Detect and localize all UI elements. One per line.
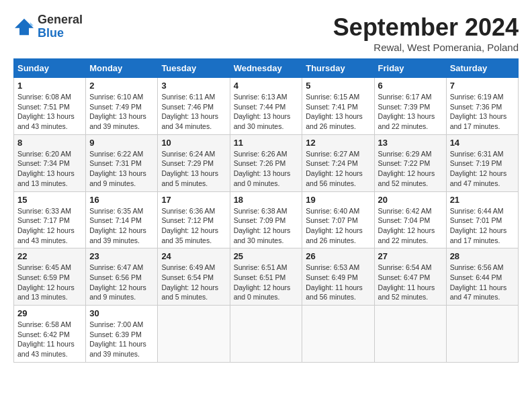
day-info: Sunrise: 6:13 AMSunset: 7:44 PMDaylight:…	[234, 92, 299, 132]
day-number: 27	[378, 251, 443, 261]
calendar-cell: 1Sunrise: 6:08 AMSunset: 7:51 PMDaylight…	[14, 78, 86, 135]
day-number: 13	[378, 138, 443, 148]
weekday-label: Saturday	[446, 59, 518, 78]
calendar-cell	[446, 306, 518, 363]
calendar-week-row: 22Sunrise: 6:45 AMSunset: 6:59 PMDayligh…	[14, 248, 519, 306]
weekday-label: Sunday	[14, 59, 86, 78]
day-info: Sunrise: 6:20 AMSunset: 7:34 PMDaylight:…	[17, 149, 82, 189]
calendar-cell: 2Sunrise: 6:10 AMSunset: 7:49 PMDaylight…	[86, 78, 158, 135]
calendar-cell: 21Sunrise: 6:44 AMSunset: 7:01 PMDayligh…	[446, 191, 518, 248]
day-number: 3	[161, 81, 226, 91]
month-title: September 2024	[333, 13, 519, 42]
calendar-cell: 10Sunrise: 6:24 AMSunset: 7:29 PMDayligh…	[158, 134, 230, 191]
day-info: Sunrise: 6:45 AMSunset: 6:59 PMDaylight:…	[17, 263, 82, 302]
calendar-cell: 20Sunrise: 6:42 AMSunset: 7:04 PMDayligh…	[374, 191, 446, 248]
day-info: Sunrise: 6:19 AMSunset: 7:36 PMDaylight:…	[450, 92, 515, 132]
day-number: 26	[306, 251, 370, 261]
calendar-cell: 6Sunrise: 6:17 AMSunset: 7:39 PMDaylight…	[374, 78, 446, 135]
day-info: Sunrise: 6:17 AMSunset: 7:39 PMDaylight:…	[378, 92, 443, 132]
day-info: Sunrise: 6:58 AMSunset: 6:42 PMDaylight:…	[17, 320, 82, 359]
calendar-cell: 17Sunrise: 6:36 AMSunset: 7:12 PMDayligh…	[158, 191, 230, 248]
day-number: 7	[450, 81, 515, 91]
day-number: 23	[89, 251, 154, 261]
calendar-cell: 29Sunrise: 6:58 AMSunset: 6:42 PMDayligh…	[14, 306, 86, 363]
day-info: Sunrise: 6:22 AMSunset: 7:31 PMDaylight:…	[89, 149, 154, 189]
day-number: 11	[234, 138, 299, 148]
calendar-cell: 16Sunrise: 6:35 AMSunset: 7:14 PMDayligh…	[86, 191, 158, 248]
calendar-cell: 25Sunrise: 6:51 AMSunset: 6:51 PMDayligh…	[230, 248, 302, 306]
calendar-body: 1Sunrise: 6:08 AMSunset: 7:51 PMDaylight…	[14, 78, 519, 363]
logo-icon	[13, 17, 35, 36]
calendar-cell: 24Sunrise: 6:49 AMSunset: 6:54 PMDayligh…	[158, 248, 230, 306]
calendar-cell: 14Sunrise: 6:31 AMSunset: 7:19 PMDayligh…	[446, 134, 518, 191]
day-info: Sunrise: 6:53 AMSunset: 6:49 PMDaylight:…	[306, 263, 370, 302]
calendar-week-row: 1Sunrise: 6:08 AMSunset: 7:51 PMDaylight…	[14, 78, 519, 135]
day-info: Sunrise: 6:15 AMSunset: 7:41 PMDaylight:…	[306, 92, 370, 132]
logo: General Blue	[13, 13, 83, 40]
day-info: Sunrise: 6:31 AMSunset: 7:19 PMDaylight:…	[450, 149, 515, 189]
day-number: 30	[89, 308, 154, 318]
subtitle: Rewal, West Pomerania, Poland	[333, 42, 519, 53]
day-info: Sunrise: 6:42 AMSunset: 7:04 PMDaylight:…	[378, 206, 443, 246]
logo-general-text: General	[38, 13, 83, 27]
day-number: 4	[234, 81, 299, 91]
calendar-cell	[158, 306, 230, 363]
day-number: 15	[17, 195, 82, 205]
day-number: 14	[450, 138, 515, 148]
day-number: 2	[89, 81, 154, 91]
day-info: Sunrise: 6:36 AMSunset: 7:12 PMDaylight:…	[161, 206, 226, 246]
calendar-cell: 15Sunrise: 6:33 AMSunset: 7:17 PMDayligh…	[14, 191, 86, 248]
weekday-label: Monday	[86, 59, 158, 78]
calendar-cell: 4Sunrise: 6:13 AMSunset: 7:44 PMDaylight…	[230, 78, 302, 135]
day-info: Sunrise: 6:27 AMSunset: 7:24 PMDaylight:…	[306, 149, 370, 189]
day-info: Sunrise: 6:10 AMSunset: 7:49 PMDaylight:…	[89, 92, 154, 132]
calendar-cell: 7Sunrise: 6:19 AMSunset: 7:36 PMDaylight…	[446, 78, 518, 135]
calendar-week-row: 15Sunrise: 6:33 AMSunset: 7:17 PMDayligh…	[14, 191, 519, 248]
calendar-week-row: 8Sunrise: 6:20 AMSunset: 7:34 PMDaylight…	[14, 134, 519, 191]
day-info: Sunrise: 6:56 AMSunset: 6:44 PMDaylight:…	[450, 263, 515, 302]
calendar-cell: 26Sunrise: 6:53 AMSunset: 6:49 PMDayligh…	[302, 248, 374, 306]
day-info: Sunrise: 6:35 AMSunset: 7:14 PMDaylight:…	[89, 206, 154, 246]
weekday-label: Thursday	[302, 59, 374, 78]
calendar-cell	[374, 306, 446, 363]
day-info: Sunrise: 6:51 AMSunset: 6:51 PMDaylight:…	[234, 263, 299, 302]
calendar-cell: 8Sunrise: 6:20 AMSunset: 7:34 PMDaylight…	[14, 134, 86, 191]
day-number: 28	[450, 251, 515, 261]
weekday-label: Tuesday	[158, 59, 230, 78]
day-number: 8	[17, 138, 82, 148]
day-number: 22	[17, 251, 82, 261]
day-number: 6	[378, 81, 443, 91]
weekday-label: Friday	[374, 59, 446, 78]
logo-blue-text: Blue	[38, 27, 83, 40]
calendar-cell: 30Sunrise: 7:00 AMSunset: 6:39 PMDayligh…	[86, 306, 158, 363]
day-info: Sunrise: 6:38 AMSunset: 7:09 PMDaylight:…	[234, 206, 299, 246]
day-number: 24	[161, 251, 226, 261]
calendar-cell: 13Sunrise: 6:29 AMSunset: 7:22 PMDayligh…	[374, 134, 446, 191]
day-info: Sunrise: 6:44 AMSunset: 7:01 PMDaylight:…	[450, 206, 515, 246]
title-block: September 2024 Rewal, West Pomerania, Po…	[333, 13, 519, 53]
calendar-cell: 23Sunrise: 6:47 AMSunset: 6:56 PMDayligh…	[86, 248, 158, 306]
day-number: 16	[89, 195, 154, 205]
calendar-cell: 5Sunrise: 6:15 AMSunset: 7:41 PMDaylight…	[302, 78, 374, 135]
day-info: Sunrise: 6:33 AMSunset: 7:17 PMDaylight:…	[17, 206, 82, 246]
day-number: 10	[161, 138, 226, 148]
weekday-label: Wednesday	[230, 59, 302, 78]
weekday-header-row: SundayMondayTuesdayWednesdayThursdayFrid…	[14, 59, 519, 78]
day-info: Sunrise: 6:26 AMSunset: 7:26 PMDaylight:…	[234, 149, 299, 189]
day-number: 20	[378, 195, 443, 205]
calendar-table: SundayMondayTuesdayWednesdayThursdayFrid…	[13, 58, 519, 363]
calendar-cell: 9Sunrise: 6:22 AMSunset: 7:31 PMDaylight…	[86, 134, 158, 191]
calendar-cell: 19Sunrise: 6:40 AMSunset: 7:07 PMDayligh…	[302, 191, 374, 248]
day-number: 12	[306, 138, 370, 148]
page-header: General Blue September 2024 Rewal, West …	[13, 13, 519, 53]
calendar-cell: 3Sunrise: 6:11 AMSunset: 7:46 PMDaylight…	[158, 78, 230, 135]
day-number: 1	[17, 81, 82, 91]
day-info: Sunrise: 6:49 AMSunset: 6:54 PMDaylight:…	[161, 263, 226, 302]
day-number: 9	[89, 138, 154, 148]
calendar-cell: 12Sunrise: 6:27 AMSunset: 7:24 PMDayligh…	[302, 134, 374, 191]
calendar-cell: 11Sunrise: 6:26 AMSunset: 7:26 PMDayligh…	[230, 134, 302, 191]
day-info: Sunrise: 6:24 AMSunset: 7:29 PMDaylight:…	[161, 149, 226, 189]
day-number: 19	[306, 195, 370, 205]
day-info: Sunrise: 7:00 AMSunset: 6:39 PMDaylight:…	[89, 320, 154, 359]
day-number: 29	[17, 308, 82, 318]
